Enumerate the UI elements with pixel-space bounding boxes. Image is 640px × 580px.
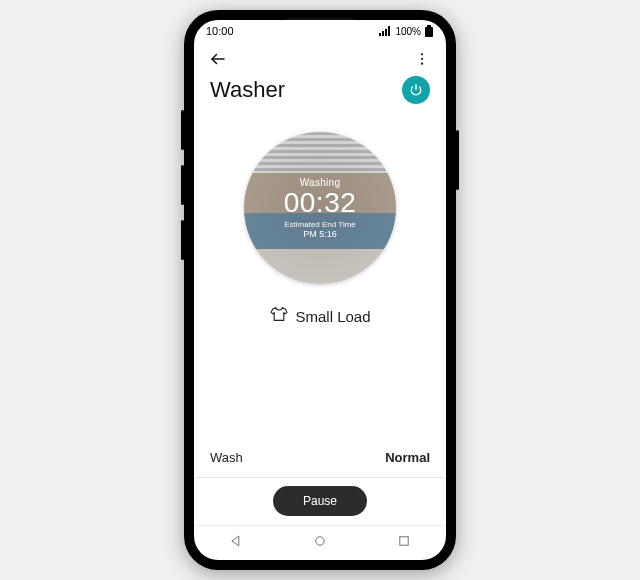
title-row: Washer — [194, 76, 446, 108]
svg-rect-1 — [427, 25, 431, 27]
nav-back-icon — [229, 534, 243, 548]
content: Washing 00:32 Estimated End Time PM 5:16… — [194, 108, 446, 526]
page-title: Washer — [210, 77, 285, 103]
nav-home[interactable] — [313, 534, 327, 552]
svg-point-4 — [421, 58, 423, 60]
svg-point-8 — [316, 537, 324, 545]
mode-type: Wash — [210, 450, 243, 465]
svg-rect-0 — [425, 27, 433, 37]
stage: 10:00 100% — [0, 0, 640, 580]
nav-home-icon — [313, 534, 327, 548]
svg-rect-9 — [400, 537, 408, 545]
back-button[interactable] — [204, 45, 232, 73]
cycle-est-time: PM 5:16 — [303, 229, 337, 239]
svg-point-3 — [421, 53, 423, 55]
cycle-dial[interactable]: Washing 00:32 Estimated End Time PM 5:16 — [244, 132, 396, 284]
power-icon — [409, 83, 423, 97]
load-row: Small Load — [269, 306, 370, 326]
nav-back[interactable] — [229, 534, 243, 552]
action-row: Pause — [194, 478, 446, 526]
cycle-est-label: Estimated End Time — [284, 220, 356, 229]
battery-level: 100% — [395, 26, 421, 37]
shirt-icon — [269, 306, 289, 326]
nav-recent-icon — [397, 534, 411, 548]
back-icon — [209, 50, 227, 68]
battery-icon — [424, 25, 434, 37]
status-bar: 10:00 100% — [194, 20, 446, 42]
load-label: Small Load — [295, 308, 370, 325]
system-navbar — [194, 525, 446, 560]
mode-value: Normal — [385, 450, 430, 465]
cycle-status: Washing — [300, 177, 341, 188]
pause-button[interactable]: Pause — [273, 486, 367, 516]
cycle-remaining: 00:32 — [284, 188, 357, 219]
app-topbar — [194, 42, 446, 76]
cycle-info: Washing 00:32 Estimated End Time PM 5:16 — [244, 132, 396, 284]
nav-recent[interactable] — [397, 534, 411, 552]
phone-screen: 10:00 100% — [194, 20, 446, 560]
app-body: Washer Washing 00:32 Estimat — [194, 42, 446, 526]
mode-row[interactable]: Wash Normal — [194, 440, 446, 477]
signal-icon — [379, 26, 392, 36]
status-clock: 10:00 — [206, 25, 234, 37]
svg-point-5 — [421, 63, 423, 65]
svg-marker-7 — [232, 536, 239, 546]
power-button[interactable] — [402, 76, 430, 104]
more-vertical-icon — [414, 51, 430, 67]
more-button[interactable] — [408, 45, 436, 73]
footer: Wash Normal Pause — [194, 440, 446, 526]
phone-frame: 10:00 100% — [184, 10, 456, 570]
status-right: 100% — [379, 25, 434, 37]
